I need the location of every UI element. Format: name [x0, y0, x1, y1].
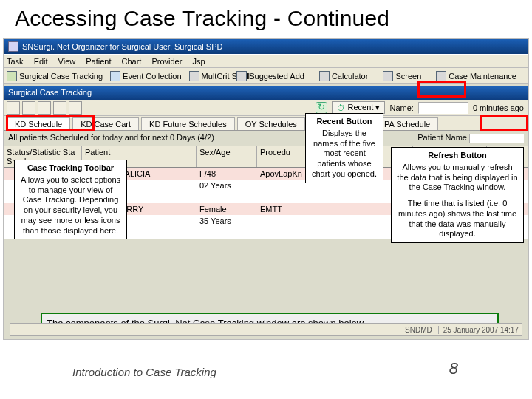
menu-task[interactable]: Task	[7, 57, 24, 66]
tab-kd-schedule[interactable]: KD Schedule	[7, 117, 70, 130]
menu-bar: Task Edit View Patient Chart Provider Js…	[4, 54, 528, 68]
callout-toolbar: Case Tracking Toolbar Allows you to sele…	[14, 160, 127, 239]
footer-left: Introduction to Case Tracking	[72, 366, 216, 378]
tab-strip: KD Schedule KD Case Cart KD Future Sched…	[4, 116, 528, 131]
track-icon-3[interactable]	[38, 101, 51, 115]
track-icon-1[interactable]	[7, 101, 20, 115]
window-title: SNSurgi. Net Organizer for Surgical User…	[22, 42, 222, 51]
multicrit-icon	[189, 71, 200, 81]
tab-kd-case-cart[interactable]: KD Case Cart	[72, 117, 139, 130]
patient-name-input[interactable]	[469, 134, 524, 143]
tool-case-maintenance[interactable]: Case Maintenance	[436, 71, 516, 81]
status-bar: SNDMD 25 January 2007 14:17	[10, 323, 522, 336]
case-maintenance-icon	[436, 71, 446, 81]
menu-provider[interactable]: Provider	[151, 57, 182, 66]
track-icon-5[interactable]	[69, 101, 82, 115]
recent-button[interactable]: ⏱Recent ▾	[332, 101, 386, 114]
slide-title: Accessing Case Tracking - Continued	[0, 0, 532, 34]
search-label: Patient Name	[417, 133, 524, 143]
callout-refresh: Refresh Button Allows you to manually re…	[391, 147, 524, 243]
track-icon-4[interactable]	[53, 101, 66, 115]
page-number: 8	[449, 359, 458, 378]
menu-patient[interactable]: Patient	[86, 57, 111, 66]
tool-case-tracking[interactable]: Surgical Case Tracking	[7, 71, 103, 81]
menu-view[interactable]: View	[58, 57, 76, 66]
name-label: Name:	[389, 103, 413, 112]
filter-note: All patients Scheduled for today and for…	[4, 131, 528, 146]
minutes-ago: 0 minutes ago	[473, 103, 524, 112]
case-tracking-icon	[7, 71, 17, 81]
callout-recent: Recent Button Displays the names of the …	[305, 113, 383, 183]
refresh-button[interactable]	[316, 102, 327, 114]
screen-icon	[383, 71, 393, 81]
window-titlebar: SNSurgi. Net Organizer for Surgical User…	[4, 39, 528, 54]
tool-suggested-add[interactable]: Suggested Add	[236, 71, 304, 81]
tool-calculator[interactable]: Calculator	[319, 71, 369, 81]
tool-event-collect[interactable]: Event Collection	[110, 71, 182, 81]
tab-oy-schedules[interactable]: OY Schedules	[237, 117, 305, 130]
track-icon-2[interactable]	[22, 101, 35, 115]
tool-screen[interactable]: Screen	[383, 71, 421, 81]
menu-chart[interactable]: Chart	[122, 57, 142, 66]
menu-edit[interactable]: Edit	[34, 57, 48, 66]
menu-jsp[interactable]: Jsp	[192, 57, 205, 66]
panel-titlebar: Surgical Case Tracking	[4, 86, 528, 100]
case-tracking-toolbar: ⏱Recent ▾ Name: 0 minutes ago	[4, 100, 528, 116]
app-screenshot: SNSurgi. Net Organizer for Surgical User…	[3, 38, 529, 340]
event-collection-icon	[110, 71, 120, 81]
app-icon	[8, 41, 18, 52]
calculator-icon	[319, 71, 330, 81]
col-sexage: Sex/Age	[197, 146, 257, 167]
name-input[interactable]	[418, 102, 468, 114]
suggested-add-icon	[236, 71, 247, 81]
tab-kd-future[interactable]: KD Future Schedules	[141, 117, 235, 130]
tab-pa-schedule[interactable]: PA Schedule	[376, 117, 438, 130]
top-toolbar: Surgical Case Tracking Event Collection …	[4, 68, 528, 84]
